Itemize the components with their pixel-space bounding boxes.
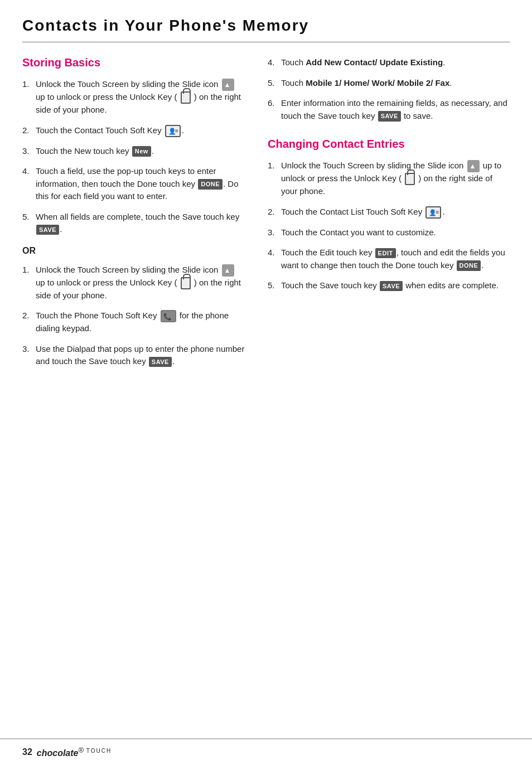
- list-item: 4. Touch the Edit touch key EDIT, touch …: [268, 246, 510, 272]
- brand-name: chocolate: [37, 748, 79, 758]
- section-title-storing: Storing Basics: [22, 56, 245, 69]
- list-number: 5.: [268, 279, 278, 292]
- list-content: Touch the New touch key New.: [36, 145, 245, 158]
- slide-icon: [467, 160, 480, 172]
- list-number: 2.: [268, 206, 278, 219]
- list-content: Unlock the Touch Screen by sliding the S…: [36, 264, 245, 302]
- list-number: 3.: [22, 145, 32, 158]
- section-title-changing: Changing Contact Entries: [268, 138, 510, 151]
- contact-list-icon: [425, 206, 441, 219]
- list-item: 3. Use the Dialpad that pops up to enter…: [22, 343, 245, 368]
- list-content: Touch Add New Contact/ Update Existing.: [281, 56, 510, 69]
- page-container: Contacts in Your Phone's Memory Storing …: [0, 0, 532, 765]
- list-content: Touch the Contact Touch Soft Key .: [36, 124, 245, 137]
- done-badge: DONE: [457, 260, 481, 271]
- registered-mark: ®: [78, 746, 84, 754]
- list-content: Unlock the Touch Screen by sliding the S…: [36, 78, 245, 117]
- list-content: Enter information into the remaining fie…: [281, 97, 510, 122]
- contact-icon: [165, 125, 181, 137]
- list-item: 3. Touch the Contact you want to customi…: [268, 226, 510, 239]
- list-number: 3.: [268, 226, 278, 239]
- list-content: Touch the Phone Touch Soft Key for the p…: [36, 309, 245, 335]
- slide-icon: [222, 79, 234, 91]
- unlock-icon: [181, 277, 191, 289]
- list-item: 2. Touch the Contact List Touch Soft Key…: [268, 206, 510, 219]
- list-item: 6. Enter information into the remaining …: [268, 97, 510, 122]
- list-number: 4.: [268, 246, 278, 259]
- list-number: 1.: [22, 264, 32, 277]
- list-item: 4. Touch a field, use the pop-up touch k…: [22, 165, 245, 203]
- list-number: 6.: [268, 97, 278, 110]
- list-content: Touch the Save touch key SAVE when edits…: [281, 279, 510, 292]
- phone-icon: [161, 310, 176, 322]
- list-number: 2.: [22, 124, 32, 137]
- list-content: Touch Mobile 1/ Home/ Work/ Mobile 2/ Fa…: [281, 77, 510, 90]
- list-number: 4.: [22, 165, 32, 178]
- model-name: TOUCH: [86, 748, 112, 754]
- footer-page-number: 32: [22, 747, 32, 757]
- footer-brand: chocolate® TOUCH: [37, 746, 112, 758]
- save-badge: SAVE: [36, 225, 59, 235]
- list-number: 5.: [22, 211, 32, 224]
- two-column-layout: Storing Basics 1. Unlock the Touch Scree…: [22, 56, 510, 376]
- list-number: 3.: [22, 343, 32, 356]
- right-column: 4. Touch Add New Contact/ Update Existin…: [268, 56, 510, 376]
- list-content: When all fields are complete, touch the …: [36, 211, 245, 236]
- list-item: 2. Touch the Phone Touch Soft Key for th…: [22, 309, 245, 335]
- list-number: 4.: [268, 56, 278, 69]
- list-number: 5.: [268, 77, 278, 90]
- list-item: 1. Unlock the Touch Screen by sliding th…: [22, 264, 245, 302]
- list-content: Touch the Contact List Touch Soft Key .: [281, 206, 510, 219]
- right-content: 4. Touch Add New Contact/ Update Existin…: [268, 56, 510, 292]
- list-item: 3. Touch the New touch key New.: [22, 145, 245, 158]
- list-number: 2.: [22, 309, 32, 322]
- list-content: Touch the Contact you want to customize.: [281, 226, 510, 239]
- list-number: 1.: [22, 78, 32, 91]
- done-badge: DONE: [198, 179, 223, 190]
- unlock-icon: [405, 173, 415, 185]
- list-item: 1. Unlock the Touch Screen by sliding th…: [22, 78, 245, 117]
- list-content: Use the Dialpad that pops up to enter th…: [36, 343, 245, 368]
- list-item: 5. Touch the Save touch key SAVE when ed…: [268, 279, 510, 292]
- slide-icon: [222, 264, 234, 277]
- list-content: Touch a field, use the pop-up touch keys…: [36, 165, 245, 203]
- list-item: 1. Unlock the Touch Screen by sliding th…: [268, 159, 510, 198]
- list-item: 5. When all fields are complete, touch t…: [22, 211, 245, 236]
- save-badge: SAVE: [380, 281, 403, 292]
- page-footer: 32 chocolate® TOUCH: [0, 738, 532, 765]
- or-label: OR: [22, 246, 245, 256]
- save-badge: SAVE: [149, 357, 172, 367]
- page-title: Contacts in Your Phone's Memory: [22, 17, 510, 43]
- new-badge: New: [132, 146, 151, 157]
- edit-badge: EDIT: [375, 248, 396, 259]
- save-badge: SAVE: [378, 111, 401, 122]
- list-number: 1.: [268, 159, 278, 172]
- unlock-icon: [181, 91, 191, 104]
- left-column: Storing Basics 1. Unlock the Touch Scree…: [22, 56, 245, 376]
- list-content: Unlock the Touch Screen by sliding the S…: [281, 159, 510, 198]
- list-item: 5. Touch Mobile 1/ Home/ Work/ Mobile 2/…: [268, 77, 510, 90]
- list-item: 2. Touch the Contact Touch Soft Key .: [22, 124, 245, 137]
- list-item: 4. Touch Add New Contact/ Update Existin…: [268, 56, 510, 69]
- list-content: Touch the Edit touch key EDIT, touch and…: [281, 246, 510, 272]
